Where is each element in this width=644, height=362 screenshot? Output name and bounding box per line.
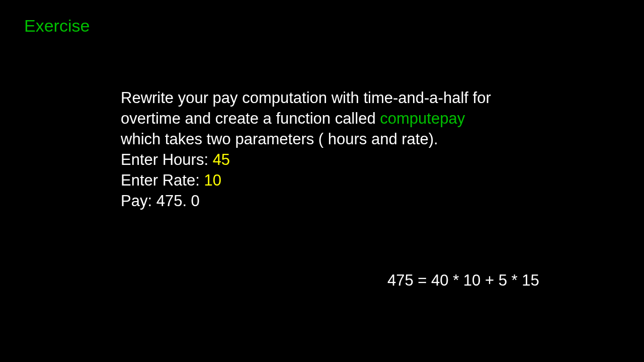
exercise-body: Rewrite your pay computation with time-a…: [121, 88, 503, 211]
calculation-line: 475 = 40 * 10 + 5 * 15: [387, 272, 539, 290]
pay-value: 475. 0: [156, 192, 200, 210]
function-name: computepay: [380, 110, 465, 127]
rate-value: 10: [204, 171, 221, 189]
pay-label: Pay:: [121, 192, 156, 210]
slide: Exercise Rewrite your pay computation wi…: [0, 0, 644, 362]
instruction-part2: which takes two parameters ( hours and r…: [121, 130, 438, 148]
hours-label: Enter Hours:: [121, 151, 213, 168]
rate-label: Enter Rate:: [121, 171, 204, 189]
hours-value: 45: [213, 151, 230, 168]
slide-title: Exercise: [24, 16, 90, 36]
